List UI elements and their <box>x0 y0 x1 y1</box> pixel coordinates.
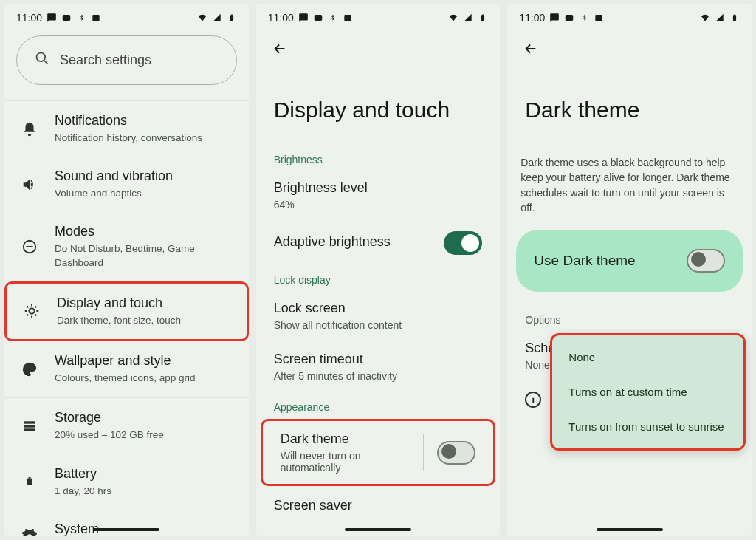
row-title: Storage <box>55 410 236 425</box>
row-sub: 20% used – 102 GB free <box>55 428 236 442</box>
svg-rect-1 <box>92 15 99 21</box>
divider <box>430 234 430 252</box>
settings-row-display[interactable]: Display and touch Dark theme, font size,… <box>4 281 249 341</box>
wifi-icon <box>700 13 710 23</box>
chat-icon <box>298 13 309 23</box>
row-sub: Colours, themed icons, app grid <box>55 372 236 385</box>
adaptive-brightness-toggle[interactable] <box>444 231 482 255</box>
item-title: Screen saver <box>274 498 483 513</box>
storage-icon <box>19 419 40 434</box>
section-appearance: Appearance <box>256 392 501 417</box>
lock-screen-row[interactable]: Lock screen Show all notification conten… <box>256 290 501 341</box>
page-description: Dark theme uses a black background to he… <box>507 145 752 222</box>
svg-rect-3 <box>231 14 233 15</box>
dark-theme-toggle[interactable] <box>437 441 475 465</box>
svg-point-4 <box>37 53 46 62</box>
dark-theme-row[interactable]: Dark theme Will never turn on automatica… <box>261 419 496 486</box>
status-bar: 11:00 <box>256 4 501 28</box>
svg-rect-11 <box>24 428 35 431</box>
row-sub: Notification history, conversations <box>55 131 236 145</box>
wifi-icon <box>197 13 207 23</box>
back-button[interactable] <box>268 37 292 61</box>
gesture-bar[interactable] <box>597 528 663 531</box>
status-bar: 11:00 <box>4 4 249 28</box>
brightness-level-row[interactable]: Brightness level 64% <box>256 170 501 221</box>
card-title: Use Dark theme <box>534 253 687 269</box>
page-title: Display and touch <box>256 61 501 145</box>
section-options: Options <box>507 305 752 330</box>
adaptive-brightness-row[interactable]: Adaptive brightness <box>256 221 501 265</box>
item-title: Screen timeout <box>274 352 483 367</box>
info-icon: i <box>525 392 541 408</box>
svg-rect-18 <box>566 15 574 21</box>
settings-row-storage[interactable]: Storage 20% used – 102 GB free <box>4 398 249 454</box>
sound-icon <box>19 177 40 193</box>
clock: 11:00 <box>519 12 545 24</box>
svg-rect-0 <box>63 15 71 21</box>
signal-icon <box>463 13 473 23</box>
item-title: Lock screen <box>274 301 483 316</box>
row-title: Modes <box>55 224 236 239</box>
row-sub: 1 day, 20 hrs <box>55 485 236 498</box>
gesture-bar[interactable] <box>93 528 159 531</box>
svg-line-5 <box>44 61 48 64</box>
signal-icon <box>212 13 222 23</box>
bluetooth-icon <box>76 13 86 23</box>
svg-rect-15 <box>344 15 351 21</box>
settings-row-notifications[interactable]: Notifications Notification history, conv… <box>4 101 249 157</box>
item-title: Dark theme <box>281 431 410 447</box>
row-title: Wallpaper and style <box>55 353 236 369</box>
row-title: Display and touch <box>57 295 233 311</box>
search-settings-input[interactable]: Search settings <box>16 35 237 85</box>
gear-icon <box>19 529 40 536</box>
section-brightness: Brightness <box>256 145 501 170</box>
item-sub: 64% <box>274 199 483 211</box>
section-lockdisplay: Lock display <box>256 265 501 290</box>
svg-point-8 <box>29 309 34 314</box>
schedule-option-none[interactable]: None <box>552 340 743 375</box>
svg-rect-21 <box>734 14 735 15</box>
svg-rect-16 <box>481 15 484 21</box>
dnd-icon <box>19 239 40 255</box>
svg-rect-10 <box>24 425 35 427</box>
status-bar: 11:00 <box>507 4 752 28</box>
search-placeholder: Search settings <box>60 52 151 68</box>
screen-timeout-row[interactable]: Screen timeout After 5 minutes of inacti… <box>256 341 501 392</box>
bell-icon <box>19 121 40 137</box>
calendar-icon <box>343 13 353 23</box>
clock: 11:00 <box>268 12 294 24</box>
item-title: Brightness level <box>274 180 483 196</box>
back-button[interactable] <box>519 37 543 61</box>
row-title: Sound and vibration <box>55 168 236 184</box>
search-icon <box>35 51 49 69</box>
row-title: Battery <box>55 466 236 482</box>
svg-rect-17 <box>483 14 484 15</box>
brightness-icon <box>21 303 42 319</box>
display-settings: 11:00 Display and touch Brightness Brigh… <box>256 4 501 536</box>
youtube-icon <box>61 13 72 23</box>
svg-rect-12 <box>27 479 32 486</box>
settings-row-wallpaper[interactable]: Wallpaper and style Colours, themed icon… <box>4 341 249 397</box>
svg-rect-14 <box>314 15 322 21</box>
schedule-option-custom[interactable]: Turns on at custom time <box>552 375 743 409</box>
schedule-option-sunset[interactable]: Turns on from sunset to sunrise <box>552 409 743 444</box>
bluetooth-icon <box>328 13 338 23</box>
use-dark-theme-card[interactable]: Use Dark theme <box>516 230 743 292</box>
calendar-icon <box>594 13 604 23</box>
row-sub: Dark theme, font size, touch <box>57 314 233 327</box>
gesture-bar[interactable] <box>345 528 411 531</box>
bluetooth-icon <box>579 13 589 23</box>
page-title: Dark theme <box>507 61 752 145</box>
item-sub: After 5 minutes of inactivity <box>274 370 483 382</box>
settings-row-modes[interactable]: Modes Do Not Disturb, Bedtime, Game Dash… <box>4 212 249 281</box>
svg-rect-20 <box>733 15 736 21</box>
settings-row-battery[interactable]: Battery 1 day, 20 hrs <box>4 454 249 510</box>
svg-rect-13 <box>29 477 31 479</box>
chat-icon <box>47 13 57 23</box>
screen-saver-row[interactable]: Screen saver <box>256 488 501 527</box>
settings-row-sound[interactable]: Sound and vibration Volume and haptics <box>4 157 249 212</box>
settings-row-system[interactable]: System Languages, gestures, time, backup <box>4 510 249 536</box>
youtube-icon <box>564 13 574 23</box>
item-sub: Show all notification content <box>274 319 483 331</box>
use-dark-theme-toggle[interactable] <box>687 249 725 273</box>
